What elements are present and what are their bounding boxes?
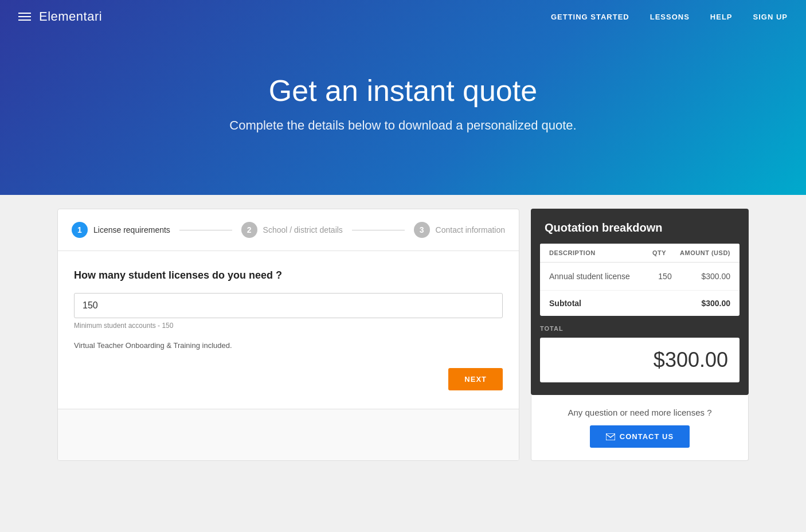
table-row: Annual student license 150 $300.00 — [540, 263, 740, 291]
nav-link-help[interactable]: HELP — [710, 13, 733, 21]
license-quantity-input[interactable] — [74, 293, 503, 318]
hero-subtitle: Complete the details below to download a… — [229, 118, 576, 133]
row-description: Annual student license — [549, 272, 630, 281]
left-bottom-area — [58, 409, 519, 460]
hero-title: Get an instant quote — [269, 73, 537, 108]
total-box: $300.00 — [540, 338, 740, 382]
steps-bar: 1 License requirements 2 School / distri… — [58, 209, 519, 251]
contact-section: Any question or need more licenses ? CON… — [531, 395, 749, 461]
right-panel: Quotation breakdown DESCRIPTION QTY AMOU… — [531, 209, 749, 461]
quotation-card: Quotation breakdown DESCRIPTION QTY AMOU… — [531, 209, 749, 395]
row-amount: $300.00 — [690, 272, 730, 281]
subtotal-label: Subtotal — [549, 299, 581, 308]
col-header-description: DESCRIPTION — [549, 249, 596, 256]
form-actions: NEXT — [74, 368, 503, 390]
contact-question: Any question or need more licenses ? — [544, 408, 735, 417]
form-question: How many student licenses do you need ? — [74, 269, 503, 281]
row-right: 150 $300.00 — [654, 272, 730, 281]
step-divider-2 — [352, 230, 405, 230]
total-section: TOTAL $300.00 — [531, 316, 749, 395]
contact-us-button[interactable]: CONTACT US — [590, 425, 690, 448]
step-3-circle: 3 — [414, 222, 430, 238]
svg-rect-0 — [606, 433, 615, 440]
step-3-label: Contact information — [436, 225, 505, 234]
total-value: $300.00 — [654, 348, 728, 371]
step-1: 1 License requirements — [72, 222, 170, 238]
step-2: 2 School / district details — [241, 222, 343, 238]
hamburger-menu[interactable] — [18, 13, 31, 21]
step-3: 3 Contact information — [414, 222, 505, 238]
form-hint: Minimum student accounts - 150 — [74, 322, 503, 330]
next-button[interactable]: NEXT — [448, 368, 503, 390]
form-note: Virtual Teacher Onboarding & Training in… — [74, 341, 503, 350]
step-1-label: License requirements — [93, 225, 170, 234]
col-header-amount: AMOUNT (USD) — [680, 249, 730, 256]
nav-link-getting-started[interactable]: GETTING STARTED — [551, 13, 629, 21]
main-content: 1 License requirements 2 School / distri… — [0, 195, 806, 475]
email-icon — [606, 433, 615, 440]
table-header: DESCRIPTION QTY AMOUNT (USD) — [540, 244, 740, 263]
logo: Elementari — [39, 9, 102, 24]
step-1-circle: 1 — [72, 222, 88, 238]
form-area: How many student licenses do you need ? … — [58, 251, 519, 409]
quotation-title: Quotation breakdown — [531, 209, 749, 244]
step-divider-1 — [179, 230, 232, 230]
nav-link-lessons[interactable]: LESSONS — [650, 13, 690, 21]
row-qty: 150 — [654, 272, 676, 281]
step-2-label: School / district details — [263, 225, 343, 234]
subtotal-row: Subtotal $300.00 — [540, 291, 740, 316]
col-header-qty: QTY — [652, 249, 666, 256]
form-input-wrapper — [74, 293, 503, 318]
step-2-circle: 2 — [241, 222, 257, 238]
col-header-right: QTY AMOUNT (USD) — [652, 249, 730, 256]
left-panel: 1 License requirements 2 School / distri… — [57, 209, 519, 461]
nav-link-signup[interactable]: SIGN UP — [753, 13, 788, 21]
quotation-table: DESCRIPTION QTY AMOUNT (USD) Annual stud… — [540, 244, 740, 316]
subtotal-value: $300.00 — [701, 299, 730, 308]
nav-links: GETTING STARTED LESSONS HELP SIGN UP — [551, 13, 788, 21]
total-label: TOTAL — [540, 325, 740, 332]
navbar: Elementari GETTING STARTED LESSONS HELP … — [0, 0, 806, 33]
